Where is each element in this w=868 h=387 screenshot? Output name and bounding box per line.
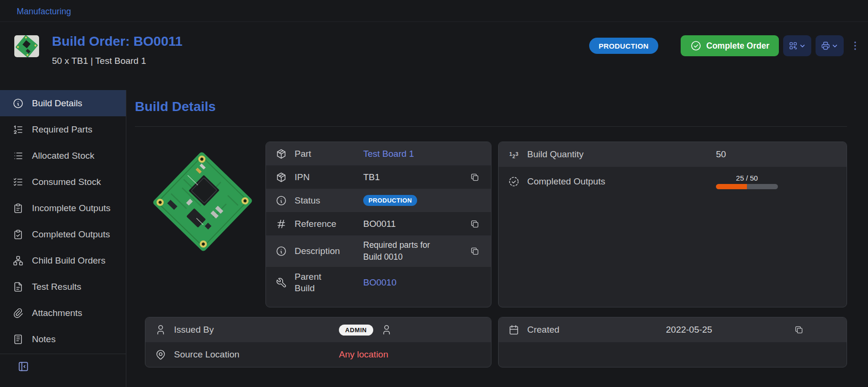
status-badge: PRODUCTION [363,195,417,206]
sidebar-item-required-parts[interactable]: Required Parts [0,116,126,143]
sidebar-item-label: Child Build Orders [32,255,105,266]
progress-check-icon [508,176,520,187]
part-image[interactable] [145,142,266,307]
row-label: Issued By [174,325,331,335]
copy-icon[interactable] [470,219,480,229]
details-right-column: 1 2 3 Build Quantity 50 [498,142,847,367]
page-header: Build Order: BO0011 50 x TB1 | Test Boar… [0,22,868,90]
print-actions-button[interactable] [816,35,844,56]
reference-value: BO0011 [363,219,396,229]
ipn-value: TB1 [363,172,380,183]
progress-track [716,184,778,189]
page: Manufacturing Build Order: BO0011 50 x T… [0,0,868,387]
sitemap-icon [12,255,24,266]
progress-label: 25 / 50 [736,174,758,182]
detail-row-part: Part Test Board 1 [266,142,491,165]
row-label: Status [295,195,356,206]
package-icon [276,148,287,160]
sidebar-item-label: Notes [32,334,56,345]
sidebar-item-attachments[interactable]: Attachments [0,300,126,326]
created-card: Created 2022-05-25 [498,317,847,367]
sidebar-item-build-details[interactable]: Build Details [0,90,126,116]
barcode-actions-button[interactable] [783,35,811,56]
row-label: IPN [295,172,356,183]
complete-order-label: Complete Order [706,41,769,51]
svg-text:3: 3 [516,151,519,157]
complete-order-button[interactable]: Complete Order [681,35,779,56]
detail-row-status: Status PRODUCTION [266,189,491,212]
row-label: Build Quantity [527,149,708,160]
dots-vertical-icon [849,40,861,51]
clipboard-check-icon [12,229,24,240]
sidebar-item-label: Consumed Stock [32,177,101,187]
row-label: Created [527,325,658,335]
list-check-icon [12,176,24,188]
created-value: 2022-05-25 [666,325,712,335]
info-circle-icon [276,195,287,206]
copy-icon[interactable] [470,173,480,182]
section-divider [135,126,847,127]
qrcode-icon [788,41,798,51]
chevron-down-icon [799,42,806,50]
sidebar-item-label: Completed Outputs [32,229,110,240]
circle-check-icon [690,40,702,51]
collapse-sidebar-button[interactable] [17,360,30,374]
numbers-123-icon: 1 2 3 [508,149,520,160]
detail-row-parent-build: Parent Build BO0010 [266,267,491,298]
sidebar-item-test-results[interactable]: Test Results [0,274,126,300]
row-label: Source Location [174,349,331,360]
sidebar-item-notes[interactable]: Notes [0,326,126,352]
sidebar-item-label: Test Results [32,282,81,292]
row-label: Parent Build [295,271,356,294]
copy-icon[interactable] [470,246,480,256]
sidebar-item-allocated-stock[interactable]: Allocated Stock [0,143,126,169]
part-link[interactable]: Test Board 1 [363,149,414,159]
body: Build Details Required Parts Allocated S… [0,90,868,387]
sidebar-item-label: Allocated Stock [32,151,94,161]
paperclip-icon [12,307,24,319]
hash-icon [276,218,287,230]
sidebar-item-completed-outputs[interactable]: Completed Outputs [0,221,126,247]
sidebar-item-child-build-orders[interactable]: Child Build Orders [0,247,126,274]
clipboard-icon [12,203,24,214]
build-quantity-row: 1 2 3 Build Quantity 50 [499,142,847,167]
page-subtitle: 50 x TB1 | Test Board 1 [52,56,183,66]
details-grid: Part Test Board 1 IPN TB1 [145,142,847,367]
user-icon [155,324,166,336]
svg-text:2: 2 [512,153,515,159]
page-title: Build Order: BO0011 [52,33,183,50]
issued-by-row: Issued By ADMIN [145,317,491,342]
row-label: Description [295,246,356,256]
completed-outputs-row: Completed Outputs 25 / 50 [499,167,847,196]
detail-row-reference: Reference BO0011 [266,212,491,235]
user-icon [381,324,392,336]
parent-build-link[interactable]: BO0010 [363,277,397,288]
info-circle-icon [276,245,287,257]
more-actions-button[interactable] [848,35,862,56]
title-block: Build Order: BO0011 50 x TB1 | Test Boar… [52,33,183,66]
row-label: Part [295,149,356,159]
breadcrumb-link-manufacturing[interactable]: Manufacturing [17,7,71,16]
sidebar: Build Details Required Parts Allocated S… [0,90,126,387]
sidebar-collapse-icon [17,360,30,373]
header-actions: PRODUCTION Complete Order [589,35,862,56]
detail-row-ipn: IPN TB1 [266,165,491,189]
created-row: Created 2022-05-25 [499,317,847,342]
sidebar-footer [0,354,126,375]
sidebar-item-label: Incomplete Outputs [32,203,111,214]
sidebar-item-consumed-stock[interactable]: Consumed Stock [0,169,126,195]
progress-fill [716,184,747,189]
build-details-card: Part Test Board 1 IPN TB1 [266,142,491,307]
completed-outputs-progress: 25 / 50 [716,174,778,189]
row-label: Completed Outputs [527,176,708,187]
map-pin-icon [155,349,166,360]
build-quantity-value: 50 [716,149,726,160]
description-value: Required parts for Build 0010 [363,239,444,264]
list-numbers-icon [12,124,24,135]
calendar-icon [508,324,520,336]
section-title: Build Details [135,99,847,115]
sidebar-item-label: Required Parts [32,124,92,135]
part-thumbnail[interactable] [14,35,39,57]
copy-icon[interactable] [794,325,804,335]
sidebar-item-incomplete-outputs[interactable]: Incomplete Outputs [0,195,126,221]
